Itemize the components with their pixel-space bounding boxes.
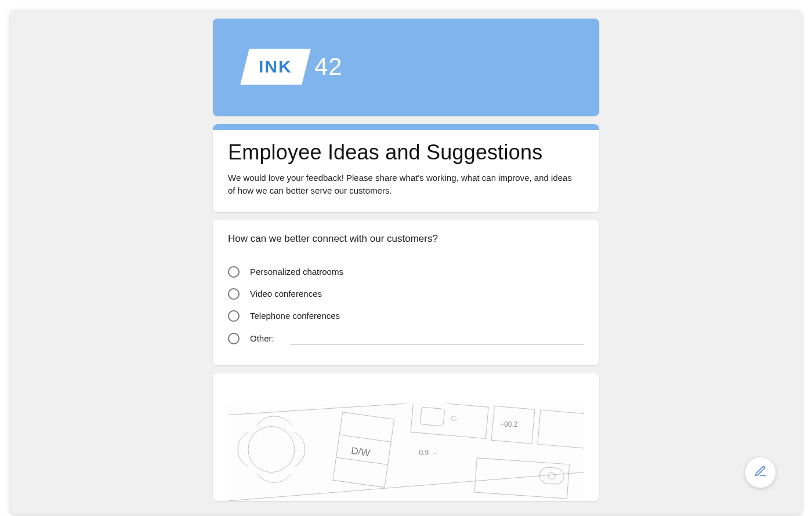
svg-rect-7 bbox=[411, 404, 488, 438]
radio-option-3[interactable]: Telephone conferences bbox=[228, 305, 584, 327]
option-other-label: Other: bbox=[250, 333, 274, 343]
form-header-banner: INK 42 bbox=[213, 19, 599, 116]
brand-logo-text: INK bbox=[259, 57, 292, 77]
svg-rect-8 bbox=[420, 407, 444, 426]
svg-rect-11 bbox=[538, 410, 584, 449]
edit-fab[interactable] bbox=[745, 457, 776, 488]
radio-option-2[interactable]: Video conferences bbox=[228, 283, 584, 305]
form-description: We would love your feedback! Please shar… bbox=[228, 172, 579, 197]
option-label: Telephone conferences bbox=[250, 311, 340, 321]
radio-icon bbox=[228, 266, 240, 278]
brand-logo: INK 42 bbox=[245, 49, 343, 85]
radio-option-1[interactable]: Personalized chatrooms bbox=[228, 261, 584, 283]
form-column: INK 42 Employee Ideas and Suggestions We… bbox=[213, 19, 599, 501]
svg-point-2 bbox=[248, 426, 295, 472]
radio-icon bbox=[228, 288, 240, 300]
svg-line-1 bbox=[228, 472, 584, 500]
brand-logo-chip: INK bbox=[240, 49, 310, 85]
option-label: Personalized chatrooms bbox=[250, 267, 343, 277]
form-surface: INK 42 Employee Ideas and Suggestions We… bbox=[10, 10, 802, 514]
svg-line-5 bbox=[336, 457, 388, 464]
radio-icon bbox=[228, 333, 240, 344]
question-card-1: How can we better connect with our custo… bbox=[213, 220, 599, 365]
floorplan-image: D/W bbox=[228, 404, 584, 501]
svg-rect-12 bbox=[474, 457, 570, 498]
question-image-card: D/W bbox=[213, 373, 599, 501]
svg-text:D/W: D/W bbox=[350, 445, 371, 458]
svg-point-14 bbox=[548, 472, 556, 479]
question-title: How can we better connect with our custo… bbox=[228, 233, 584, 245]
option-other-input[interactable] bbox=[291, 332, 584, 345]
radio-icon bbox=[228, 310, 240, 322]
svg-text:0.9 →: 0.9 → bbox=[419, 448, 437, 456]
option-label: Video conferences bbox=[250, 289, 322, 299]
svg-line-4 bbox=[339, 434, 391, 441]
brand-logo-number: 42 bbox=[314, 53, 343, 81]
form-title-card: Employee Ideas and Suggestions We would … bbox=[213, 124, 599, 212]
svg-text:+80.2: +80.2 bbox=[500, 420, 518, 428]
pencil-icon bbox=[754, 465, 767, 480]
form-title: Employee Ideas and Suggestions bbox=[228, 140, 584, 165]
svg-point-9 bbox=[451, 416, 456, 421]
radio-option-other[interactable]: Other: bbox=[228, 327, 584, 350]
